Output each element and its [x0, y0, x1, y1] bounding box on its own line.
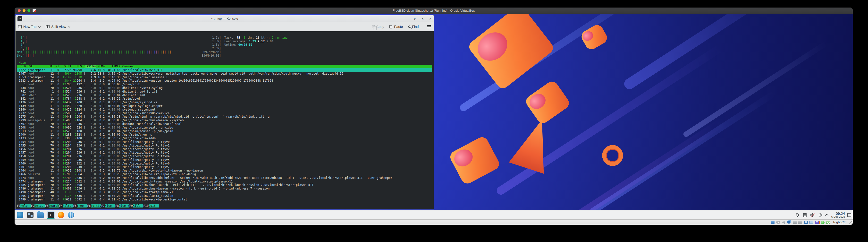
- audio-icon[interactable]: [782, 221, 786, 224]
- process-row[interactable]: 1456root70014204936S0.00.10:00.00/usr/li…: [17, 148, 432, 151]
- process-row[interactable]: 1433root110573002400S0.00.20:00.12/usr/l…: [17, 137, 432, 140]
- htop-header-row[interactable]: PIDUSERPRINIVIRTRESSCPU%▽MEM%TIME+Comman…: [17, 65, 432, 68]
- optical-drives-icon[interactable]: [776, 221, 780, 224]
- new-tab-icon: [18, 25, 22, 28]
- taskbar-web-browser[interactable]: [67, 211, 75, 219]
- process-row[interactable]: 1313root110145201100S0.00.10:00.04/usr/s…: [17, 129, 432, 133]
- process-row[interactable]: 1522grahamperr110772M98.9MS7.610.38:21.4…: [17, 68, 432, 72]
- process-row[interactable]: 1461root70014204940S0.00.10:00.00/usr/li…: [17, 165, 432, 169]
- process-row[interactable]: 1140root700144321024S0.00.10:00.00syslog…: [17, 108, 432, 112]
- column-header-virt[interactable]: VIRT: [59, 65, 71, 68]
- process-row[interactable]: 1139root110144321020S0.00.10:00.01syslog…: [17, 104, 432, 108]
- column-header-ni[interactable]: NI: [54, 65, 59, 68]
- process-row[interactable]: 1486grahamperr110154002336S0.00.20:02.32…: [17, 187, 432, 190]
- process-row[interactable]: 1467root120496M180MS2.218.83:03.42/usr/l…: [17, 72, 432, 75]
- process-row[interactable]: 1490grahamperr480113M3392S0.00.30:00.25/…: [17, 190, 432, 194]
- process-row[interactable]: 1473root700527842436S0.00.20:00.03/usr/l…: [17, 176, 432, 180]
- process-row[interactable]: 1457root70014204936S0.00.10:00.00/usr/li…: [17, 151, 432, 154]
- column-header-command[interactable]: Command: [120, 65, 432, 68]
- column-header-pid[interactable]: PID: [17, 65, 26, 68]
- process-row[interactable]: 1474grahamperr700182241612S0.00.20:00.01…: [17, 180, 432, 183]
- fkey-f10[interactable]: F10Quit: [143, 204, 159, 208]
- process-row[interactable]: 802_dhcp11014528936S0.00.10:00.04dhclien…: [17, 94, 432, 97]
- process-row[interactable]: 1458root70014204936S0.00.10:00.00/usr/li…: [17, 154, 432, 158]
- column-header-time[interactable]: TIME+: [105, 65, 120, 68]
- process-row[interactable]: 1454root70014204936S0.00.10:00.00/usr/li…: [17, 140, 432, 144]
- maximize-icon[interactable]: ∧: [422, 17, 424, 21]
- fkey-f1[interactable]: F1Help: [17, 204, 31, 208]
- process-row[interactable]: 1400root110142801028S0.00.10:00.06/usr/s…: [17, 133, 432, 137]
- vbox-features-icon[interactable]: V: [815, 221, 819, 224]
- konsole-titlebar[interactable]: > ~ : htop — Konsole ∨ ∧ ×: [16, 15, 434, 22]
- terminal-htop[interactable]: 0[||1.5%]1[||1.5%]2[|1.0%]3[|||2.0%]Mem[…: [16, 31, 434, 209]
- process-row[interactable]: 1root11012700192S0.00.00:00.08/sbin/init: [17, 83, 432, 86]
- column-header-pri[interactable]: PRI: [47, 65, 54, 68]
- taskbar-app-launcher[interactable]: [16, 211, 24, 219]
- process-row[interactable]: 1299messagebus110154002184S0.00.20:00.85…: [17, 119, 432, 122]
- process-row[interactable]: 1466polkitd110457882564S0.00.30:00.23/us…: [17, 173, 432, 176]
- network-activity-icon[interactable]: [820, 221, 825, 224]
- auto-resize-icon[interactable]: [826, 221, 830, 224]
- new-tab-button[interactable]: New Tab: [18, 25, 40, 29]
- fkey-f6[interactable]: F6SortBy: [87, 204, 101, 208]
- process-row[interactable]: 1275ntpd110264481604S0.00.20:00.38/usr/s…: [17, 115, 432, 119]
- shared-clipboard-icon[interactable]: [809, 221, 813, 224]
- resize-grip[interactable]: [849, 221, 852, 224]
- process-row[interactable]: 1455root70014204936S0.00.10:00.00/usr/li…: [17, 144, 432, 148]
- taskbar-file-manager[interactable]: [36, 211, 45, 219]
- copy-button[interactable]: Copy: [372, 25, 384, 29]
- usb-icon[interactable]: [793, 221, 797, 224]
- column-header-user[interactable]: USER: [26, 65, 47, 68]
- clipboard-icon[interactable]: [803, 213, 807, 217]
- process-row[interactable]: 1499grahamperr110756123592S0.00.40:01.43…: [17, 198, 432, 202]
- notifications-icon[interactable]: [795, 213, 800, 217]
- close-icon[interactable]: ×: [429, 17, 431, 21]
- htop-tab-main[interactable]: Main: [17, 61, 432, 65]
- panel-clock[interactable]: 09:24 6 Dec 2025: [831, 212, 845, 218]
- display-icon[interactable]: [804, 221, 808, 224]
- process-row[interactable]: 1553grahamperr2401519M161MS1.916.81:40.3…: [17, 75, 432, 79]
- fkey-f5[interactable]: F5Tree: [73, 204, 87, 208]
- fkey-f3[interactable]: F3Search: [45, 204, 59, 208]
- process-row[interactable]: 842root110157841648S0.00.20:00.31/sbin/d…: [17, 97, 432, 100]
- process-row[interactable]: 1136root110144321200S0.00.10:00.13/usr/s…: [17, 100, 432, 104]
- process-row[interactable]: 1464root110850523008S0.00.30:00.79/usr/l…: [17, 169, 432, 173]
- process-row[interactable]: 1485grahamperr700163361408S0.00.10:00.00…: [17, 183, 432, 187]
- process-row[interactable]: 738root70014524936S0.00.10:00.00dhclient…: [17, 86, 432, 90]
- column-header-s[interactable]: S: [82, 65, 85, 68]
- process-row[interactable]: 1308root70014096924S0.00.10:00.00/usr/lo…: [17, 126, 432, 129]
- show-desktop-button[interactable]: [847, 213, 851, 217]
- volume-muted-icon[interactable]: [810, 213, 815, 217]
- fkey-f9[interactable]: F9Kill: [129, 204, 144, 208]
- split-view-button[interactable]: Split View: [45, 25, 70, 29]
- taskbar-firefox[interactable]: [57, 211, 65, 219]
- htop-process-list: 1522grahamperr110772M98.9MS7.610.38:21.4…: [17, 68, 432, 201]
- fkey-f4[interactable]: F4Filter: [59, 204, 73, 208]
- expand-tray-icon[interactable]: [825, 214, 829, 217]
- brightness-icon[interactable]: [818, 213, 823, 217]
- fkey-f2[interactable]: F2Setup: [31, 204, 45, 208]
- process-row[interactable]: 1460root70014204932S0.00.10:00.00/usr/li…: [17, 162, 432, 165]
- minimize-icon[interactable]: ∨: [413, 17, 416, 21]
- process-row[interactable]: 1459root70014204936S0.00.10:00.00/usr/li…: [17, 158, 432, 162]
- process-row[interactable]: 1232root700295802064S0.00.20:00.78/usr/l…: [17, 112, 432, 115]
- taskbar-pager[interactable]: [26, 211, 34, 219]
- taskbar-konsole-active[interactable]: >: [46, 211, 55, 219]
- hard-disks-icon[interactable]: [771, 221, 775, 224]
- process-row[interactable]: 1583grahamperr110384M22264S1.42.30:24.02…: [17, 79, 432, 83]
- column-header-mem[interactable]: MEM%: [96, 65, 105, 68]
- paste-button[interactable]: Paste: [390, 25, 403, 29]
- fkey-f7[interactable]: F7Nice -: [101, 204, 115, 208]
- search-icon: [408, 26, 410, 28]
- column-header-res[interactable]: RES: [71, 65, 82, 68]
- htop-meter: 2[|1.0%]: [17, 43, 221, 47]
- process-row[interactable]: 1307root70014184936S0.00.10:00.00daemon:…: [17, 122, 432, 126]
- network-icon[interactable]: [787, 221, 790, 223]
- column-header-cpu[interactable]: CPU%▽: [86, 65, 96, 68]
- menu-button[interactable]: [427, 25, 431, 28]
- process-row[interactable]: 1495grahamperr700112M3536S0.00.40:00.28/…: [17, 194, 432, 198]
- find-button[interactable]: Find...: [408, 25, 422, 29]
- shared-folders-icon[interactable]: [798, 221, 802, 224]
- process-row[interactable]: 741root1014524936S0.00.10:00.00dhclient:…: [17, 90, 432, 94]
- fkey-f8[interactable]: F8Nice +: [115, 204, 129, 208]
